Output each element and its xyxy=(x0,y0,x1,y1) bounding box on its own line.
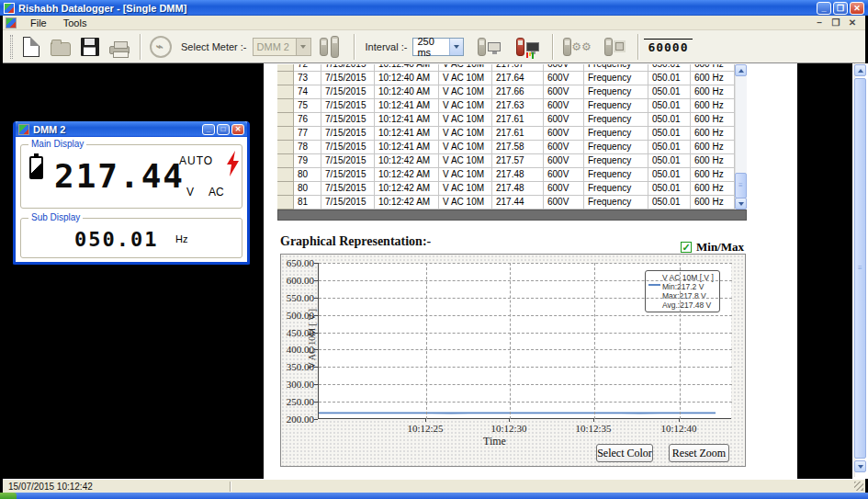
table-cell: 79 xyxy=(294,154,321,168)
y-tick-mark xyxy=(314,367,318,368)
main-display-group: Main Display 217.44 AUTO V AC xyxy=(20,144,242,209)
minmax-control[interactable]: ✓ Min/Max xyxy=(681,240,744,255)
panel-scrollbar-thumb[interactable] xyxy=(854,78,866,459)
download-data-button[interactable] xyxy=(469,33,508,61)
reset-zoom-button[interactable]: Reset Zoom xyxy=(669,444,729,462)
select-meter-combobox[interactable]: DMM 2 xyxy=(253,38,311,56)
row-selector-cell[interactable] xyxy=(277,72,294,85)
dmm-title-bar[interactable]: DMM 2 _ □ ✕ xyxy=(16,121,247,137)
panel-scroll-up-icon[interactable] xyxy=(854,64,866,76)
y-tick-mark xyxy=(314,280,318,281)
minimize-button[interactable]: _ xyxy=(817,2,831,15)
select-meter-label: Select Meter :- xyxy=(181,41,247,52)
sub-display-group: Sub Display 050.01 Hz xyxy=(20,218,242,258)
toolbar-grip[interactable] xyxy=(10,35,13,59)
dmm-minimize-button[interactable]: _ xyxy=(202,124,215,135)
menu-file[interactable]: File xyxy=(22,17,55,29)
table-horizontal-scrollbar[interactable] xyxy=(277,210,747,221)
h-gridline xyxy=(319,280,732,281)
row-selector-cell[interactable] xyxy=(277,168,294,182)
legend-min: Min:217.2 V xyxy=(662,282,716,291)
restore-button[interactable]: ❐ xyxy=(833,2,848,15)
table-cell: 7/15/2015 xyxy=(321,127,375,141)
child-minimize-button[interactable]: – xyxy=(814,18,825,28)
table-cell: 600 Hz xyxy=(691,141,735,154)
table-row[interactable]: 737/15/201510:12:40 AMV AC 10M217.64600V… xyxy=(277,72,735,85)
row-selector-cell[interactable] xyxy=(277,85,294,99)
child-restore-button[interactable]: ❐ xyxy=(830,18,841,28)
table-cell: 76 xyxy=(294,113,321,127)
table-cell: 600V xyxy=(544,196,584,210)
row-selector-cell[interactable] xyxy=(277,127,294,141)
start-button-edge[interactable] xyxy=(0,493,17,499)
open-file-button[interactable] xyxy=(46,33,75,61)
row-selector-cell[interactable] xyxy=(277,113,294,127)
select-color-button[interactable]: Select Color xyxy=(596,444,653,462)
table-row[interactable]: 777/15/201510:12:41 AMV AC 10M217.61600V… xyxy=(277,127,735,141)
row-selector-cell[interactable] xyxy=(277,141,294,154)
table-row[interactable]: 807/15/201510:12:42 AMV AC 10M217.48600V… xyxy=(277,182,735,196)
new-file-button[interactable] xyxy=(17,33,46,61)
row-selector-cell[interactable] xyxy=(277,196,294,210)
dmm-maximize-button[interactable]: □ xyxy=(217,124,230,135)
table-row[interactable]: 727/15/201510:12:40 AMV AC 10M217.67600V… xyxy=(277,64,735,72)
plot-area[interactable]: V AC 10M [ V ] Min:217.2 V Max:217.8 V A… xyxy=(318,263,731,419)
graph-section-title: Graphical Representation:- xyxy=(280,234,431,249)
gear-icon: ⚙⚙ xyxy=(571,42,592,51)
meter-memory-button[interactable] xyxy=(595,33,632,61)
resize-grip[interactable] xyxy=(854,482,863,491)
row-selector-cell[interactable] xyxy=(277,64,294,72)
panel-scroll-down-icon[interactable] xyxy=(854,460,866,472)
table-cell: Frequency xyxy=(584,127,648,141)
live-view-button[interactable] xyxy=(508,33,547,61)
table-cell: 600 Hz xyxy=(691,127,735,141)
minmax-checkbox[interactable]: ✓ xyxy=(681,242,692,253)
table-row[interactable]: 767/15/201510:12:41 AMV AC 10M217.61600V… xyxy=(277,113,735,127)
h-gridline xyxy=(319,263,732,264)
child-close-button[interactable]: ✕ xyxy=(847,18,858,28)
y-tick-mark xyxy=(314,298,318,299)
x-tick-mark xyxy=(425,419,426,422)
table-row[interactable]: 787/15/201510:12:41 AMV AC 10M217.58600V… xyxy=(277,141,735,154)
table-row[interactable]: 797/15/201510:12:42 AMV AC 10M217.57600V… xyxy=(277,154,735,168)
dmm-window[interactable]: DMM 2 _ □ ✕ Main Display 217.44 AUTO V A… xyxy=(13,121,250,265)
table-row[interactable]: 817/15/201510:12:42 AMV AC 10M217.44600V… xyxy=(277,196,735,210)
taskbar-edge[interactable] xyxy=(0,493,868,499)
table-cell: 050.01 xyxy=(648,127,691,141)
y-tick-mark xyxy=(314,402,318,403)
table-row[interactable]: 807/15/201510:12:42 AMV AC 10M217.48600V… xyxy=(277,168,735,182)
table-cell: 600 Hz xyxy=(691,85,735,99)
open-folder-icon xyxy=(51,42,71,56)
print-button[interactable] xyxy=(105,33,134,61)
dmm-close-button[interactable]: ✕ xyxy=(231,124,244,135)
usb-connect-button[interactable] xyxy=(146,33,175,61)
table-scroll-down-icon[interactable] xyxy=(735,198,747,210)
y-tick-label: 250.00 xyxy=(281,396,314,407)
table-row[interactable]: 747/15/201510:12:40 AMV AC 10M217.66600V… xyxy=(277,85,735,99)
table-scrollbar-thumb[interactable] xyxy=(735,173,747,198)
table-cell: 7/15/2015 xyxy=(321,168,375,182)
sample-counter-display: 60000 xyxy=(644,39,692,54)
table-cell: 7/15/2015 xyxy=(321,113,375,127)
close-button[interactable]: ✕ xyxy=(850,2,864,15)
row-selector-cell[interactable] xyxy=(277,182,294,196)
table-cell: 050.01 xyxy=(648,113,691,127)
meter-settings-button[interactable]: ⚙⚙ xyxy=(558,33,595,61)
h-gridline xyxy=(319,367,732,368)
table-cell: 217.67 xyxy=(492,64,544,72)
table-cell: 10:12:41 AM xyxy=(375,127,439,141)
save-button[interactable] xyxy=(75,33,105,61)
row-selector-cell[interactable] xyxy=(277,154,294,168)
interval-combobox[interactable]: 250 ms xyxy=(412,38,464,56)
row-selector-cell[interactable] xyxy=(277,99,294,113)
table-scroll-up-icon[interactable] xyxy=(735,64,747,76)
menu-tools[interactable]: Tools xyxy=(55,17,96,29)
table-cell: 10:12:40 AM xyxy=(375,72,439,85)
h-gridline xyxy=(319,315,732,316)
table-row[interactable]: 757/15/201510:12:41 AMV AC 10M217.63600V… xyxy=(277,99,735,113)
dmm-unit-ac: AC xyxy=(209,186,224,198)
table-cell: Frequency xyxy=(584,113,648,127)
meter-pair-button[interactable] xyxy=(311,33,348,61)
table-cell: V AC 10M xyxy=(439,127,492,141)
x-axis-title: Time xyxy=(483,435,506,448)
